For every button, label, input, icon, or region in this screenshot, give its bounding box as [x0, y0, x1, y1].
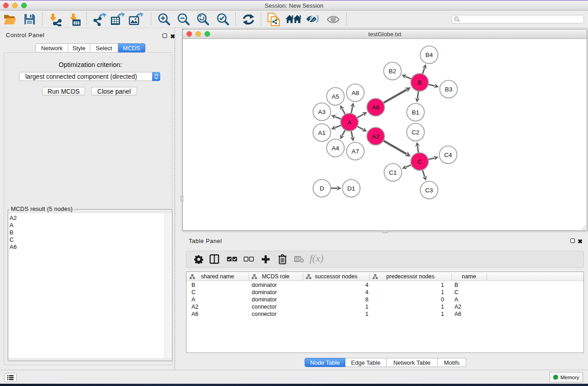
svg-text:B2: B2	[389, 68, 397, 75]
svg-text:C3: C3	[425, 187, 433, 194]
svg-text:A7: A7	[352, 148, 359, 155]
svg-text:C2: C2	[411, 129, 419, 136]
svg-text:D1: D1	[347, 185, 355, 192]
svg-text:A3: A3	[318, 109, 326, 115]
svg-text:B4: B4	[425, 52, 433, 58]
svg-text:A5: A5	[332, 93, 339, 100]
svg-text:A8: A8	[352, 90, 359, 96]
svg-text:B3: B3	[445, 86, 453, 93]
svg-text:D: D	[320, 185, 324, 192]
svg-text:C4: C4	[444, 152, 452, 158]
svg-text:A1: A1	[318, 129, 326, 136]
svg-text:A6: A6	[372, 104, 380, 111]
svg-text:C1: C1	[389, 169, 397, 176]
svg-text:A2: A2	[372, 133, 380, 140]
svg-text:A: A	[347, 119, 351, 126]
svg-text:A4: A4	[332, 145, 339, 152]
svg-text:B: B	[417, 79, 421, 86]
svg-text:C: C	[417, 158, 422, 165]
svg-text:B1: B1	[412, 109, 420, 116]
